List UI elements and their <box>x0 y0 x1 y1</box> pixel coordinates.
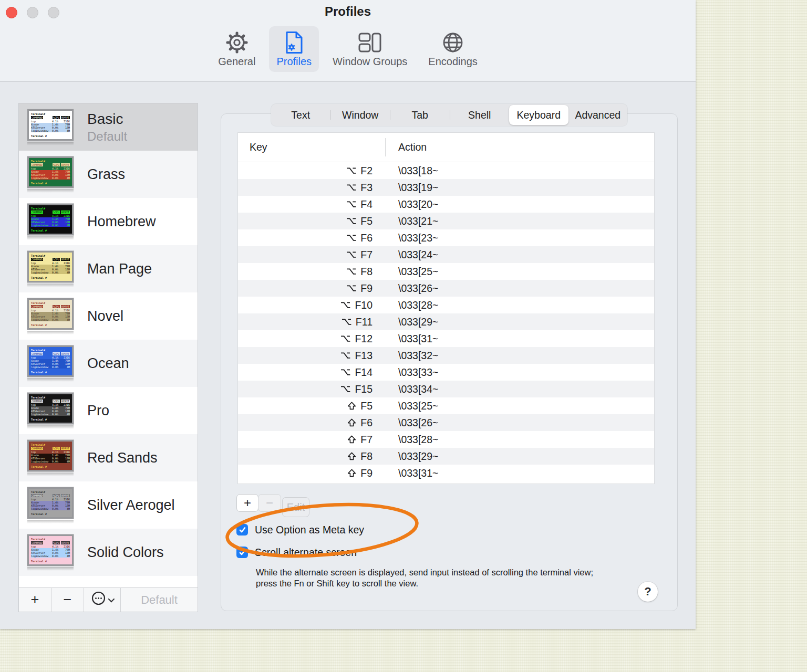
key-cell: F4 <box>238 198 385 211</box>
scroll-alternate-screen-checkbox-row[interactable]: Scroll alternate screen <box>236 547 357 558</box>
thumbnail-reflection <box>27 378 74 382</box>
toolbar-item-label: General <box>218 56 255 68</box>
tab-shell[interactable]: Shell <box>450 104 510 126</box>
window-title: Profiles <box>0 4 696 19</box>
tab-text[interactable]: Text <box>271 104 330 126</box>
alternate-screen-help-text: While the alternate screen is displayed,… <box>256 567 607 589</box>
table-row[interactable]: F15 \033[34~ <box>238 381 654 397</box>
use-option-as-meta-checkbox-row[interactable]: Use Option as Meta key <box>236 524 364 536</box>
profile-labels: Grass <box>87 166 125 183</box>
table-row[interactable]: F5 \033[25~ <box>238 397 654 414</box>
add-profile-button[interactable]: + <box>19 588 51 612</box>
action-cell: \033[28~ <box>385 299 438 311</box>
table-row[interactable]: F6 \033[26~ <box>238 414 654 431</box>
option-key-icon <box>340 301 350 309</box>
profile-list-footer: + − Default <box>19 587 198 612</box>
profile-name: Pro <box>87 403 109 419</box>
tab-window[interactable]: Window <box>331 104 390 126</box>
tab-tab[interactable]: Tab <box>390 104 450 126</box>
profile-list-item[interactable]: Terminal# COMMAND %CPU RPRVT top4.1%231K… <box>19 151 198 198</box>
help-button[interactable]: ? <box>638 582 658 602</box>
table-row[interactable]: F9 \033[26~ <box>238 280 654 297</box>
thumbnail-reflection <box>27 331 74 334</box>
checkbox-checked-icon[interactable] <box>236 547 248 558</box>
profile-list-item[interactable]: Terminal# COMMAND %CPU RPRVT top4.1%231K… <box>19 434 198 481</box>
table-row[interactable]: F7 \033[24~ <box>238 246 654 263</box>
toolbar-item-profiles[interactable]: Profiles <box>269 26 319 72</box>
profile-list-item[interactable]: Terminal# COMMAND %CPU RPRVT top4.1%231K… <box>19 340 198 387</box>
key-cell: F14 <box>238 366 385 379</box>
thumbnail-reflection <box>27 567 74 571</box>
profile-thumbnail: Terminal# COMMAND %CPU RPRVT top4.1%231K… <box>27 487 74 523</box>
action-cell: \033[29~ <box>385 316 438 328</box>
profile-list-sidebar: Terminal# COMMAND %CPU RPRVT top4.1%231K… <box>18 103 198 612</box>
action-cell: \033[33~ <box>385 366 438 379</box>
profile-list-item[interactable]: Terminal# COMMAND %CPU RPRVT top4.1%231K… <box>19 387 198 434</box>
profile-name: Man Page <box>87 261 152 277</box>
action-cell: \033[20~ <box>385 198 438 211</box>
option-key-icon <box>346 284 356 292</box>
profile-name: Red Sands <box>87 450 158 466</box>
thumbnail-reflection <box>27 520 74 523</box>
set-default-button[interactable]: Default <box>121 588 198 612</box>
table-row[interactable]: F10 \033[28~ <box>238 297 654 313</box>
profile-list-item[interactable]: Terminal# COMMAND %CPU RPRVT top4.1%231K… <box>19 198 198 245</box>
tab-keyboard[interactable]: Keyboard <box>509 105 568 125</box>
column-header-key: Key <box>238 141 385 153</box>
table-header: Key Action <box>238 133 654 162</box>
toolbar-item-window-groups[interactable]: Window Groups <box>325 26 415 72</box>
desktop: { "window": { "title": "Profiles" }, "to… <box>0 0 807 672</box>
table-row[interactable]: F3 \033[19~ <box>238 179 654 196</box>
action-cell: \033[34~ <box>385 383 438 395</box>
profile-list-item[interactable]: Terminal# COMMAND %CPU RPRVT top4.1%231K… <box>19 245 198 292</box>
table-row[interactable]: F5 \033[21~ <box>238 213 654 229</box>
profile-list-item[interactable]: Terminal# COMMAND %CPU RPRVT top4.1%231K… <box>19 481 198 529</box>
table-row[interactable]: F9 \033[31~ <box>238 465 654 481</box>
column-divider <box>385 138 386 156</box>
window-groups-icon <box>358 30 382 55</box>
remove-key-button[interactable]: − <box>258 494 281 512</box>
profile-list-item[interactable]: Terminal# COMMAND %CPU RPRVT top4.1%231K… <box>19 292 198 340</box>
table-row[interactable]: F2 \033[18~ <box>238 162 654 179</box>
profile-labels: Silver Aerogel <box>87 497 175 513</box>
add-key-button[interactable]: + <box>236 494 258 512</box>
document-gear-icon <box>285 30 304 55</box>
table-row[interactable]: F6 \033[23~ <box>238 229 654 246</box>
toolbar-item-label: Profiles <box>276 56 312 68</box>
toolbar-item-encodings[interactable]: Encodings <box>421 26 484 72</box>
option-key-icon <box>346 183 356 192</box>
profile-thumbnail: Terminal# COMMAND %CPU RPRVT top4.1%231K… <box>27 251 74 287</box>
profile-labels: Red Sands <box>87 450 158 466</box>
action-cell: \033[24~ <box>385 249 438 261</box>
profile-thumbnail: Terminal# COMMAND %CPU RPRVT top4.1%231K… <box>27 345 74 382</box>
action-cell: \033[25~ <box>385 266 438 278</box>
profile-thumbnail: Terminal# COMMAND %CPU RPRVT top4.1%231K… <box>27 156 74 193</box>
toolbar-item-general[interactable]: General <box>211 26 263 72</box>
action-cell: \033[25~ <box>385 400 438 412</box>
profile-actions-menu-button[interactable] <box>84 588 121 612</box>
checkbox-checked-icon[interactable] <box>236 524 248 536</box>
preferences-window: Profiles <box>0 0 696 629</box>
table-row[interactable]: F14 \033[33~ <box>238 364 654 381</box>
table-row[interactable]: F11 \033[29~ <box>238 313 654 330</box>
profile-list-item[interactable]: Terminal# COMMAND %CPU RPRVT top4.1%231K… <box>19 529 198 576</box>
edit-key-button[interactable]: Edit <box>282 497 309 517</box>
table-row[interactable]: F8 \033[25~ <box>238 263 654 280</box>
profile-thumbnail: Terminal# COMMAND %CPU RPRVT top4.1%231K… <box>27 440 74 476</box>
terminal-preview: Terminal# COMMAND %CPU RPRVT top4.1%231K… <box>27 109 74 141</box>
remove-profile-button[interactable]: − <box>51 588 84 612</box>
profile-list-item[interactable]: Terminal# COMMAND %CPU RPRVT top4.1%231K… <box>19 103 198 151</box>
tab-advanced[interactable]: Advanced <box>568 104 628 126</box>
table-row[interactable]: F12 \033[31~ <box>238 330 654 347</box>
thumbnail-reflection <box>27 189 74 193</box>
preferences-toolbar: General <box>0 26 696 72</box>
table-row[interactable]: F7 \033[28~ <box>238 431 654 448</box>
option-key-icon <box>340 351 350 360</box>
thumbnail-reflection <box>27 142 74 145</box>
table-row[interactable]: F4 \033[20~ <box>238 196 654 213</box>
profile-thumbnail: Terminal# COMMAND %CPU RPRVT top4.1%231K… <box>27 534 74 571</box>
table-row[interactable]: F13 \033[32~ <box>238 347 654 364</box>
table-row[interactable]: F8 \033[29~ <box>238 448 654 465</box>
shift-key-icon <box>347 452 356 460</box>
globe-icon <box>441 30 464 55</box>
